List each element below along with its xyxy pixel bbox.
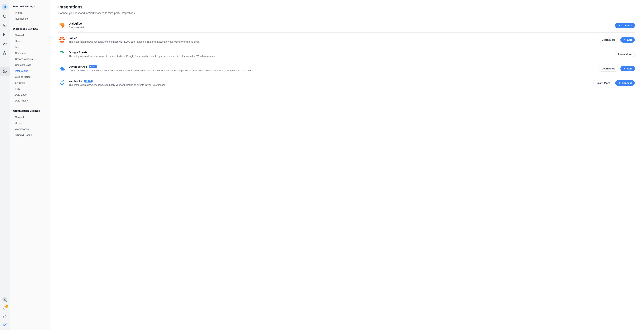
svg-point-5 xyxy=(4,34,5,34)
notification-badge: 1 xyxy=(5,305,8,308)
integration-row-googlesheets: Google SheetsThis integration allows a n… xyxy=(58,47,635,62)
notifications-bell[interactable]: 1 xyxy=(0,304,10,312)
sidebar-item-general[interactable]: General xyxy=(10,114,50,120)
learn-more-label: Learn More xyxy=(602,67,615,70)
learn-more-button[interactable]: Learn More xyxy=(593,80,613,86)
learn-more-button[interactable]: Learn More xyxy=(615,51,635,57)
integration-subtitle: This integration allows respond.io to no… xyxy=(69,84,590,86)
integration-body: DialogflowDisconnected xyxy=(69,22,612,29)
main-content: Integrations Connect your respond.io Wor… xyxy=(50,0,644,330)
settings-sidebar: Personal SettingsProfileNotificationsWor… xyxy=(10,0,50,330)
nav-broadcast[interactable] xyxy=(0,39,10,48)
nav-messages[interactable] xyxy=(0,21,10,30)
edit-button[interactable]: Edit xyxy=(620,66,635,71)
svg-rect-1 xyxy=(4,24,6,26)
learn-more-label: Learn More xyxy=(618,53,632,56)
svg-rect-23 xyxy=(60,40,62,42)
sidebar-item-files[interactable]: Files xyxy=(10,86,50,92)
svg-point-15 xyxy=(5,317,5,318)
bar-chart-icon xyxy=(3,60,7,64)
edit-button[interactable]: Edit xyxy=(620,37,635,42)
sidebar-item-profile[interactable]: Profile xyxy=(10,10,50,16)
sidebar-heading: Personal Settings xyxy=(10,4,50,10)
page-title: Integrations xyxy=(58,4,635,10)
integration-title: Dialogflow xyxy=(69,22,82,25)
integration-actions: Learn MoreEdit xyxy=(598,66,635,72)
nav-reports[interactable] xyxy=(0,58,10,67)
integration-list: DialogflowDisconnectedConnectZapierThis … xyxy=(58,18,635,90)
learn-more-button[interactable]: Learn More xyxy=(598,37,618,43)
nav-workflows[interactable] xyxy=(0,48,10,58)
sidebar-item-users[interactable]: Users xyxy=(10,38,50,44)
integration-body: Developer APIBETACreate Developer API ac… xyxy=(69,65,596,72)
sidebar-item-channels[interactable]: Channels xyxy=(10,50,50,56)
logo-icon xyxy=(3,323,7,326)
presence-dot xyxy=(6,301,8,302)
sidebar-item-integrations[interactable]: Integrations xyxy=(10,68,50,74)
help-button[interactable] xyxy=(0,313,10,320)
sidebar-item-billing-usage[interactable]: Billing & Usage xyxy=(10,132,50,138)
svg-rect-19 xyxy=(63,39,65,40)
svg-rect-16 xyxy=(62,37,62,39)
learn-more-label: Learn More xyxy=(596,82,610,84)
workspace-avatar[interactable]: M xyxy=(0,2,10,12)
sidebar-item-teams[interactable]: Teams xyxy=(10,44,50,50)
connect-button[interactable]: Connect xyxy=(615,80,635,86)
svg-rect-17 xyxy=(62,41,62,43)
sidebar-item-users[interactable]: Users xyxy=(10,120,50,126)
gauge-icon xyxy=(3,14,7,18)
integration-subtitle: This integration allows a new row to be … xyxy=(69,55,612,58)
user-avatar[interactable] xyxy=(0,296,10,303)
integration-title: Developer API xyxy=(69,65,87,68)
user-avatar-circle xyxy=(2,297,7,302)
sidebar-item-general[interactable]: General xyxy=(10,32,50,38)
integration-subtitle: Create Developer API access tokens here.… xyxy=(69,69,596,72)
nav-contacts[interactable] xyxy=(0,30,10,39)
svg-rect-22 xyxy=(62,37,64,39)
nav-settings[interactable] xyxy=(0,67,10,76)
svg-point-6 xyxy=(4,43,5,44)
integration-subtitle: Disconnected xyxy=(69,26,612,29)
svg-rect-20 xyxy=(60,37,62,39)
svg-point-27 xyxy=(60,84,62,85)
devapi-icon xyxy=(58,65,66,72)
integration-title: Zapier xyxy=(69,36,77,40)
integration-actions: Connect xyxy=(615,23,635,28)
integration-title: Google Sheets xyxy=(69,51,88,54)
broadcast-icon xyxy=(3,42,7,46)
learn-more-label: Learn More xyxy=(602,38,615,41)
sidebar-item-workspaces[interactable]: Workspaces xyxy=(10,126,50,132)
sidebar-item-data-import[interactable]: Data Import xyxy=(10,98,50,104)
integration-body: WebhooksBETAThis integration allows resp… xyxy=(69,80,590,86)
integration-actions: Learn MoreConnect xyxy=(593,80,635,86)
edit-label: Edit xyxy=(627,67,632,70)
connect-button[interactable]: Connect xyxy=(615,23,635,28)
integration-actions: Learn MoreEdit xyxy=(598,37,635,43)
sidebar-item-closing-notes[interactable]: Closing Notes xyxy=(10,74,50,80)
sitemap-icon xyxy=(3,51,7,55)
app-logo xyxy=(0,322,10,328)
sidebar-heading: Workspace Settings xyxy=(10,26,50,32)
sidebar-item-growth-widgets[interactable]: Growth Widgets xyxy=(10,56,50,62)
integration-body: Google SheetsThis integration allows a n… xyxy=(69,51,612,58)
svg-rect-18 xyxy=(59,39,61,40)
sidebar-item-notifications[interactable]: Notifications xyxy=(10,16,50,22)
contact-icon xyxy=(3,32,7,36)
edit-label: Edit xyxy=(627,38,632,41)
beta-badge: BETA xyxy=(89,65,97,68)
svg-rect-21 xyxy=(62,40,64,42)
integration-actions: Learn More xyxy=(615,51,635,57)
sidebar-item-contact-fields[interactable]: Contact Fields xyxy=(10,62,50,68)
icon-rail: M xyxy=(0,0,10,330)
nav-dashboard[interactable] xyxy=(0,12,10,21)
message-icon xyxy=(3,24,7,27)
workspace-avatar-letter: M xyxy=(2,4,8,10)
learn-more-button[interactable]: Learn More xyxy=(598,66,618,72)
sidebar-item-data-export[interactable]: Data Export xyxy=(10,92,50,98)
webhooks-icon xyxy=(58,79,66,86)
googlesheets-icon xyxy=(58,50,66,58)
sidebar-item-snippets[interactable]: Snippets xyxy=(10,80,50,86)
svg-rect-8 xyxy=(4,54,4,54)
dialogflow-icon xyxy=(58,22,66,29)
integration-body: ZapierThis integration allows respond.io… xyxy=(69,36,596,43)
